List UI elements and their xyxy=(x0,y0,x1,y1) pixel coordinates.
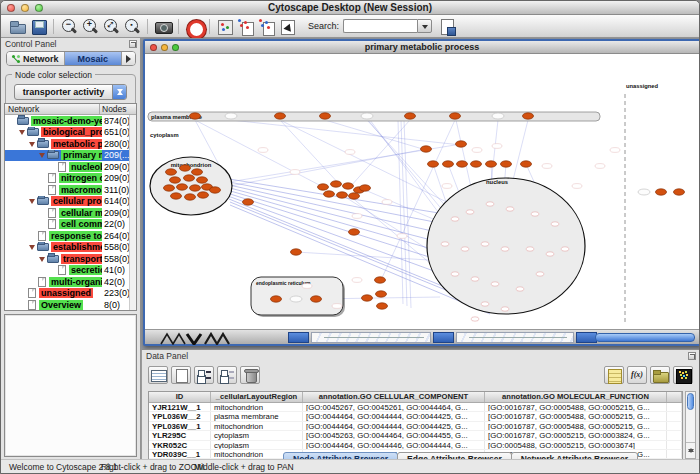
table-row[interactable]: YLR295Ccytoplasm[GO:0045263, GO:0044464,… xyxy=(149,431,682,440)
tree-row[interactable]: unassigned223(0) xyxy=(5,288,136,300)
search-input[interactable] xyxy=(343,19,417,33)
gene-node[interactable] xyxy=(349,193,360,199)
zoom-selected-icon[interactable] xyxy=(122,17,142,36)
gene-node[interactable] xyxy=(428,161,439,167)
scrollbar-arrows-icon[interactable] xyxy=(686,442,695,458)
gene-node[interactable] xyxy=(164,185,175,191)
tree-row[interactable]: Overview8(0) xyxy=(5,299,136,311)
tree-row[interactable]: establishment of lo558(0) xyxy=(5,242,136,254)
gene-node[interactable] xyxy=(271,296,282,302)
tree-column-nodes[interactable]: Nodes xyxy=(99,104,136,114)
zoom-window-icon[interactable] xyxy=(35,4,43,12)
gene-node[interactable] xyxy=(421,146,432,152)
network-thumbnail[interactable] xyxy=(311,332,431,343)
gene-node[interactable] xyxy=(197,177,208,183)
frame-close-icon[interactable] xyxy=(150,44,157,51)
tree-row[interactable]: nitrogen compo209(0) xyxy=(5,173,136,185)
network-thumb-handle[interactable] xyxy=(288,332,309,343)
tree-row[interactable]: secretion41(0) xyxy=(5,265,136,277)
delete-attribute-icon[interactable] xyxy=(240,366,260,384)
column-header[interactable]: _cellularLayoutRegion xyxy=(211,392,303,402)
matrix-icon[interactable] xyxy=(673,366,693,384)
column-header[interactable]: ID xyxy=(149,392,211,402)
tab-network[interactable]: Network xyxy=(7,52,65,65)
gene-node[interactable] xyxy=(376,291,387,297)
overview-thumbnail[interactable] xyxy=(159,332,233,345)
table-row[interactable]: YJR121W__1mitochondrion[GO:0045267, GO:0… xyxy=(149,403,682,412)
gene-node[interactable] xyxy=(443,161,454,167)
gene-node[interactable] xyxy=(362,295,373,301)
gene-node[interactable] xyxy=(180,165,191,171)
gene-node[interactable] xyxy=(501,161,512,167)
close-icon[interactable] xyxy=(7,4,15,12)
node-color-dropdown[interactable]: transporter activity xyxy=(14,84,127,100)
gene-node[interactable] xyxy=(190,185,201,191)
frame-minimize-icon[interactable] xyxy=(161,44,168,51)
tree-row[interactable]: cellular process614(0) xyxy=(5,196,136,208)
snapshot-icon[interactable] xyxy=(153,17,173,36)
gene-node[interactable] xyxy=(243,199,254,205)
gene-node[interactable] xyxy=(184,175,195,181)
tree-row[interactable]: cellular metabo209(0) xyxy=(5,207,136,219)
function-icon[interactable]: f(x) xyxy=(627,366,647,384)
open-file-icon[interactable] xyxy=(7,17,27,36)
horizontal-scrollbar-thumb[interactable] xyxy=(595,333,695,342)
gene-node[interactable] xyxy=(349,229,360,235)
gene-node[interactable] xyxy=(450,113,461,119)
tree-row[interactable]: multi-organism pro42(0) xyxy=(5,276,136,288)
gene-node[interactable] xyxy=(656,189,667,195)
gene-node[interactable] xyxy=(674,189,685,195)
select-attributes-icon[interactable] xyxy=(194,366,214,384)
gene-node[interactable] xyxy=(177,184,188,190)
vizmapper-icon[interactable] xyxy=(215,17,235,36)
network-thumbnail[interactable] xyxy=(456,332,574,343)
gene-node[interactable] xyxy=(375,277,386,283)
gene-node[interactable] xyxy=(324,191,335,197)
network-view-titlebar[interactable]: primary metabolic process xyxy=(145,41,699,54)
gene-node[interactable] xyxy=(343,183,354,189)
gene-node[interactable] xyxy=(170,177,181,183)
zoom-out-icon[interactable] xyxy=(59,17,79,36)
gene-node[interactable] xyxy=(360,185,371,191)
tree-row[interactable]: macromolecule311(0) xyxy=(5,184,136,196)
unselect-attributes-icon[interactable] xyxy=(217,366,237,384)
tab-mosaic[interactable]: Mosaic xyxy=(65,52,123,65)
gene-node[interactable] xyxy=(190,113,201,119)
network-thumb-handle[interactable] xyxy=(576,332,597,343)
import-table-icon[interactable] xyxy=(257,17,277,36)
gene-node[interactable] xyxy=(456,141,467,147)
table-scrollbar-thumb[interactable] xyxy=(687,393,694,410)
tree-row[interactable]: response to stimulu264(0) xyxy=(5,230,136,242)
network-canvas[interactable]: plasma membrane cytoplasm unassigned mit… xyxy=(145,54,699,329)
gene-node[interactable] xyxy=(471,161,482,167)
tree-row[interactable]: primary metabo209(... xyxy=(5,150,136,162)
minimize-icon[interactable] xyxy=(21,4,29,12)
gene-node[interactable] xyxy=(311,296,322,302)
select-all-icon[interactable] xyxy=(148,366,168,384)
float-panel-icon[interactable] xyxy=(688,352,696,360)
zoom-in-icon[interactable] xyxy=(80,17,100,36)
table-row[interactable]: YKR052Ccytoplasm[GO:0044464, GO:0044446,… xyxy=(149,441,682,450)
zoom-fit-icon[interactable] xyxy=(101,17,121,36)
tree-row[interactable]: transport558(0) xyxy=(5,253,136,265)
gene-node[interactable] xyxy=(331,181,342,187)
column-header[interactable]: annotation.GO MOLECULAR_FUNCTION xyxy=(485,392,667,402)
tree-row[interactable]: cell communicat22(0) xyxy=(5,219,136,231)
tree-scrollbar[interactable] xyxy=(129,115,136,310)
notes-icon[interactable] xyxy=(604,366,624,384)
tree-row[interactable]: mosaic-demo-yeast874(0) xyxy=(5,115,136,127)
gene-node[interactable] xyxy=(275,113,286,119)
tree-row[interactable]: metabolic process280(0) xyxy=(5,138,136,150)
app-titlebar[interactable]: Cytoscape Desktop (New Session) xyxy=(1,1,699,15)
table-scrollbar[interactable] xyxy=(685,391,696,459)
search-dropdown-icon[interactable] xyxy=(417,19,432,33)
frame-zoom-icon[interactable] xyxy=(172,44,179,51)
import-network-icon[interactable] xyxy=(236,17,256,36)
gene-node[interactable] xyxy=(192,169,203,175)
tab-overflow-arrow-icon[interactable] xyxy=(122,52,135,65)
gene-node[interactable] xyxy=(171,193,182,199)
gene-node[interactable] xyxy=(291,249,302,255)
gene-node[interactable] xyxy=(337,192,348,198)
gene-node[interactable] xyxy=(405,113,416,119)
tree-row[interactable]: nucleobase-209(0) xyxy=(5,161,136,173)
